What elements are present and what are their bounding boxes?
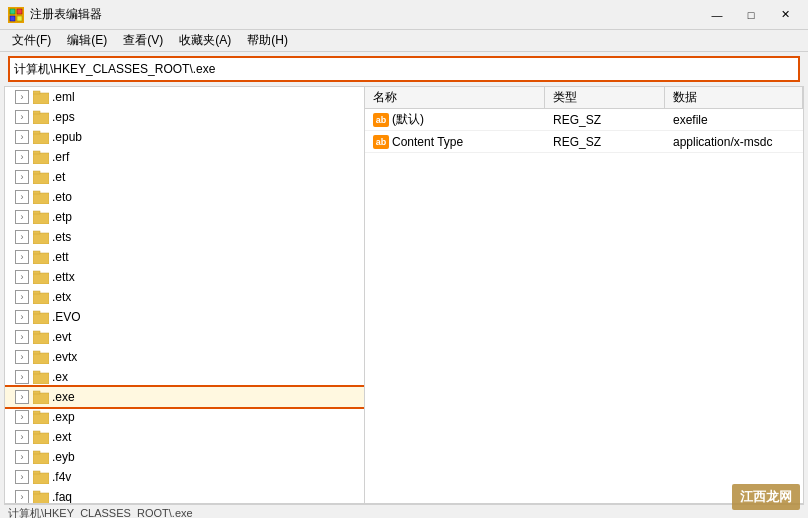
tree-item-inner: .ext <box>33 430 71 444</box>
folder-icon <box>33 470 49 484</box>
tree-item[interactable]: › .EVO <box>5 307 364 327</box>
svg-rect-25 <box>33 291 40 294</box>
folder-icon <box>33 130 49 144</box>
expand-icon[interactable]: › <box>15 150 29 164</box>
expand-icon[interactable]: › <box>15 130 29 144</box>
tree-item[interactable]: › .eml <box>5 87 364 107</box>
tree-item[interactable]: › .eps <box>5 107 364 127</box>
tree-item-inner: .faq <box>33 490 72 503</box>
tree-item[interactable]: › .etx <box>5 287 364 307</box>
minimize-button[interactable]: — <box>702 5 732 25</box>
folder-icon <box>33 230 49 244</box>
tree-item[interactable]: › .ett <box>5 247 364 267</box>
svg-rect-33 <box>33 371 40 374</box>
tree-item-label: .eps <box>52 110 75 124</box>
tree-item-inner: .EVO <box>33 310 81 324</box>
expand-icon[interactable]: › <box>15 390 29 404</box>
tree-item[interactable]: › .evt <box>5 327 364 347</box>
svg-rect-7 <box>33 111 40 114</box>
ab-icon: ab <box>373 135 389 149</box>
tree-item-inner: .evtx <box>33 350 77 364</box>
tree-panel: › .eml› .eps› .epub› .erf› .et› .eto› .e… <box>5 87 365 503</box>
table-row[interactable]: abContent TypeREG_SZapplication/x-msdc <box>365 131 803 153</box>
registry-rows[interactable]: ab(默认)REG_SZexefileabContent TypeREG_SZa… <box>365 109 803 503</box>
tree-item[interactable]: › .epub <box>5 127 364 147</box>
expand-icon[interactable]: › <box>15 410 29 424</box>
svg-rect-29 <box>33 331 40 334</box>
tree-item[interactable]: › .exp <box>5 407 364 427</box>
tree-item[interactable]: › .eto <box>5 187 364 207</box>
expand-icon[interactable]: › <box>15 250 29 264</box>
expand-icon[interactable]: › <box>15 370 29 384</box>
expand-icon[interactable]: › <box>15 350 29 364</box>
tree-item[interactable]: › .ext <box>5 427 364 447</box>
expand-icon[interactable]: › <box>15 190 29 204</box>
expand-icon[interactable]: › <box>15 330 29 344</box>
tree-item-inner: .exp <box>33 410 75 424</box>
expand-icon[interactable]: › <box>15 470 29 484</box>
tree-item[interactable]: › .erf <box>5 147 364 167</box>
svg-rect-4 <box>33 93 49 104</box>
tree-item-label: .ets <box>52 230 71 244</box>
tree-item[interactable]: › .ex <box>5 367 364 387</box>
reg-name-cell: ab(默认) <box>365 109 545 130</box>
watermark: 江西龙网 <box>732 484 800 510</box>
svg-rect-30 <box>33 353 49 364</box>
tree-item[interactable]: › .ettx <box>5 267 364 287</box>
expand-icon[interactable]: › <box>15 310 29 324</box>
col-header-name: 名称 <box>365 87 545 108</box>
close-button[interactable]: ✕ <box>770 5 800 25</box>
expand-icon[interactable]: › <box>15 450 29 464</box>
tree-item-inner: .ettx <box>33 270 75 284</box>
svg-rect-22 <box>33 273 49 284</box>
tree-item[interactable]: › .evtx <box>5 347 364 367</box>
tree-item[interactable]: › .exe <box>5 387 364 407</box>
tree-item-inner: .etp <box>33 210 72 224</box>
expand-icon[interactable]: › <box>15 430 29 444</box>
menu-view[interactable]: 查看(V) <box>115 30 171 51</box>
tree-item[interactable]: › .et <box>5 167 364 187</box>
folder-icon <box>33 490 49 503</box>
svg-rect-18 <box>33 233 49 244</box>
menu-file[interactable]: 文件(F) <box>4 30 59 51</box>
expand-icon[interactable]: › <box>15 210 29 224</box>
menu-favorites[interactable]: 收藏夹(A) <box>171 30 239 51</box>
maximize-button[interactable]: □ <box>736 5 766 25</box>
svg-rect-32 <box>33 373 49 384</box>
tree-item[interactable]: › .ets <box>5 227 364 247</box>
tree-item-inner: .etx <box>33 290 71 304</box>
tree-content[interactable]: › .eml› .eps› .epub› .erf› .et› .eto› .e… <box>5 87 364 503</box>
address-bar[interactable]: 计算机\HKEY_CLASSES_ROOT\.exe <box>8 56 800 82</box>
tree-item-inner: .f4v <box>33 470 71 484</box>
tree-item-inner: .ett <box>33 250 69 264</box>
tree-item[interactable]: › .etp <box>5 207 364 227</box>
tree-item-inner: .eto <box>33 190 72 204</box>
svg-rect-39 <box>33 431 40 434</box>
expand-icon[interactable]: › <box>15 90 29 104</box>
menu-edit[interactable]: 编辑(E) <box>59 30 115 51</box>
expand-icon[interactable]: › <box>15 230 29 244</box>
expand-icon[interactable]: › <box>15 290 29 304</box>
table-row[interactable]: ab(默认)REG_SZexefile <box>365 109 803 131</box>
folder-icon <box>33 290 49 304</box>
tree-item-label: .etp <box>52 210 72 224</box>
expand-icon[interactable]: › <box>15 490 29 503</box>
tree-item-inner: .ets <box>33 230 71 244</box>
tree-item-label: .eml <box>52 90 75 104</box>
tree-item-inner: .eps <box>33 110 75 124</box>
tree-item[interactable]: › .faq <box>5 487 364 503</box>
folder-icon <box>33 170 49 184</box>
tree-item-inner: .ex <box>33 370 68 384</box>
reg-name-text: (默认) <box>392 111 424 128</box>
tree-item[interactable]: › .eyb <box>5 447 364 467</box>
col-header-type: 类型 <box>545 87 665 108</box>
expand-icon[interactable]: › <box>15 110 29 124</box>
svg-rect-24 <box>33 293 49 304</box>
tree-item-label: .ettx <box>52 270 75 284</box>
svg-rect-36 <box>33 413 49 424</box>
menu-help[interactable]: 帮助(H) <box>239 30 296 51</box>
expand-icon[interactable]: › <box>15 270 29 284</box>
tree-item-label: .EVO <box>52 310 81 324</box>
expand-icon[interactable]: › <box>15 170 29 184</box>
tree-item[interactable]: › .f4v <box>5 467 364 487</box>
